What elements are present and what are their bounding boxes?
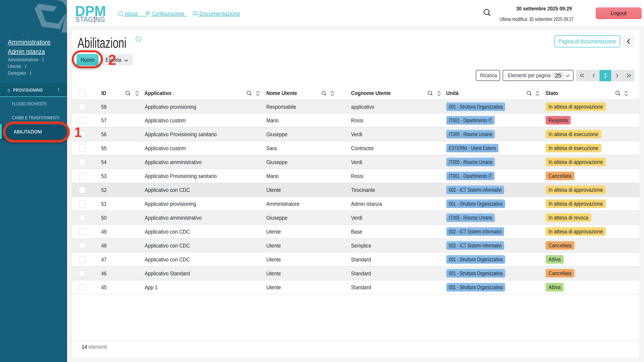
svg-text:i: i [138,37,139,41]
svg-text:i: i [120,12,121,15]
